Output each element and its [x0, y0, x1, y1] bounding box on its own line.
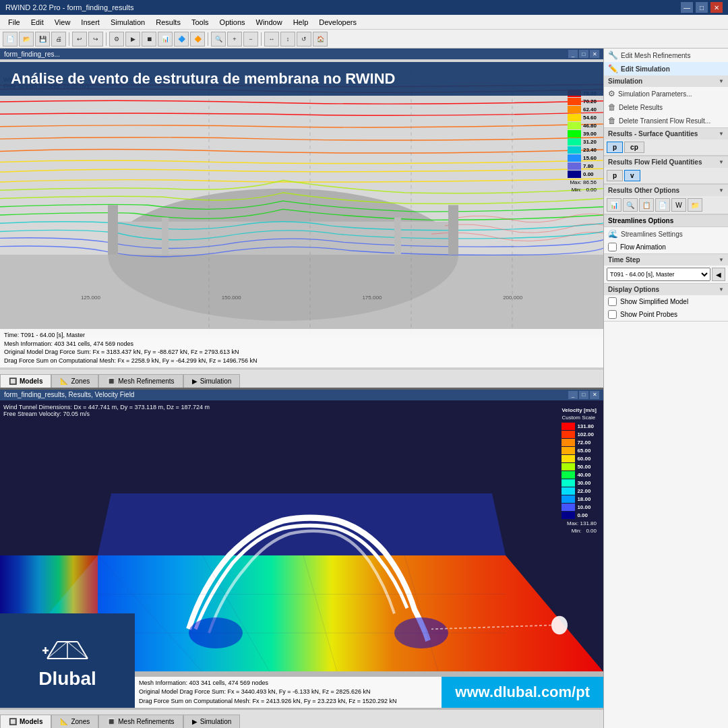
vp-bot-min[interactable]: _	[568, 391, 578, 399]
tool-btn-3[interactable]: 📋	[639, 198, 654, 212]
tab-sim-bottom[interactable]: ▶ Simulation	[183, 715, 241, 728]
time-step-header[interactable]: Time Step ▼	[604, 254, 728, 266]
menu-edit[interactable]: Edit	[26, 17, 49, 28]
viewport-bottom-title: form_finding_results, Results, Velocity …	[4, 391, 134, 398]
menu-view[interactable]: View	[49, 17, 76, 28]
vp-top-min[interactable]: _	[568, 50, 578, 58]
other-options-header[interactable]: Results Other Options ▼	[604, 185, 728, 196]
edit-mesh-label: Edit Mesh Refinements	[621, 52, 690, 59]
menu-window[interactable]: Window	[251, 17, 288, 28]
toolbar-btn-10[interactable]: +	[227, 32, 242, 47]
toolbar-btn-11[interactable]: −	[243, 32, 258, 47]
toolbar-home[interactable]: 🏠	[313, 32, 328, 47]
menu-simulation[interactable]: Simulation	[105, 17, 150, 28]
tab-mesh-bottom[interactable]: 🔳 Mesh Refinements	[98, 715, 183, 728]
scale-entry-bot: 102.00	[562, 431, 597, 438]
toolbar-btn-8[interactable]: 🔶	[190, 32, 205, 47]
tool-btn-6[interactable]: 📁	[688, 198, 702, 212]
drag-comp: Drag Force Sum on Computational Mesh: Fx…	[4, 357, 599, 365]
toolbar-btn-9[interactable]: 🔍	[211, 32, 226, 47]
edit-simulation[interactable]: ✏️ Edit Simulation	[604, 62, 728, 75]
edit-mesh-refinements[interactable]: 🔧 Edit Mesh Refinements	[604, 49, 728, 62]
btn-v-flow[interactable]: v	[624, 170, 640, 181]
tab-models-top[interactable]: 🔲 Models	[0, 374, 51, 388]
menu-insert[interactable]: Insert	[75, 17, 105, 28]
tab-mesh-top[interactable]: 🔳 Mesh Refinements	[98, 374, 183, 388]
tool-btn-1[interactable]: 📊	[607, 198, 621, 212]
btn-p-flow[interactable]: p	[607, 170, 623, 181]
delete-transient-item[interactable]: 🗑 Delete Transient Flow Result...	[604, 114, 728, 127]
display-options-header[interactable]: Display Options ▼	[604, 284, 728, 295]
toolbar-redo[interactable]: ↪	[88, 32, 103, 47]
tab-zones-bottom[interactable]: 📐 Zones	[51, 715, 98, 728]
scale-entry-bot: 40.00	[562, 471, 597, 479]
other-options-toolbar: 📊 🔍 📋 📄 W 📁	[604, 196, 728, 214]
scale-entry-bot: 22.00	[562, 487, 597, 495]
tool-btn-4[interactable]: 📄	[655, 198, 670, 212]
close-button[interactable]: ✕	[710, 2, 723, 13]
tool-btn-2[interactable]: 🔍	[623, 198, 638, 212]
color-scale-bottom: Velocity [m/s] Custom Scale 131.80 102.0…	[562, 407, 597, 534]
toolbar-new[interactable]: 📄	[3, 32, 18, 47]
display-options-section: Display Options ▼ Show Simplified Model …	[604, 284, 728, 322]
menu-tools[interactable]: Tools	[186, 17, 214, 28]
scale-entry-bot: 18.00	[562, 495, 597, 503]
tab-sim-label-bot: Simulation	[200, 718, 232, 725]
vp-top-max[interactable]: □	[579, 50, 588, 58]
toolbar-print[interactable]: 🖨	[51, 32, 66, 47]
tab-simulation-top[interactable]: ▶ Simulation	[183, 374, 241, 388]
show-probes-row[interactable]: Show Point Probes	[604, 308, 728, 321]
btn-p-surface[interactable]: p	[607, 142, 623, 153]
custom-scale-label-bottom: Custom Scale	[562, 415, 597, 421]
tool-btn-5[interactable]: W	[671, 198, 686, 212]
scale-entry-bot: 65.00	[562, 447, 597, 454]
toolbar-undo[interactable]: ↩	[72, 32, 87, 47]
menu-options[interactable]: Options	[214, 17, 251, 28]
surface-quantities-header[interactable]: Results - Surface Quantities ▼	[604, 128, 728, 140]
chevron-icon-sq: ▼	[719, 131, 724, 137]
svg-point-22	[189, 617, 243, 648]
time-step-select[interactable]: T091 - 64.00 [s], Master	[607, 268, 710, 281]
menu-help[interactable]: Help	[288, 17, 314, 28]
menu-results[interactable]: Results	[150, 17, 186, 28]
toolbar-btn-7[interactable]: 🔷	[174, 32, 189, 47]
minimize-button[interactable]: —	[681, 2, 693, 13]
toolbar-btn-6[interactable]: 📊	[158, 32, 173, 47]
simulation-header[interactable]: Simulation ▼	[604, 75, 728, 87]
show-probes-checkbox[interactable]	[608, 310, 617, 319]
sim-params-item[interactable]: ⚙ Simulation Parameters...	[604, 87, 728, 100]
surface-quantities-label: Results - Surface Quantities	[608, 130, 698, 138]
delete-transient-label: Delete Transient Flow Result...	[619, 117, 710, 125]
toolbar-btn-5[interactable]: ⏹	[142, 32, 156, 47]
viewport-top-title: form_finding_res...	[4, 51, 60, 58]
vp-top-close[interactable]: ✕	[590, 50, 599, 58]
show-simplified-checkbox[interactable]	[608, 297, 617, 306]
toolbar-btn-13[interactable]: ↕	[280, 32, 295, 47]
flow-animation-label: Flow Animation	[620, 243, 666, 251]
menu-developers[interactable]: Developers	[313, 17, 362, 28]
streamlines-settings-item[interactable]: 🌊 Streamlines Settings	[604, 227, 728, 241]
toolbar-btn-3[interactable]: ⚙	[109, 32, 124, 47]
maximize-button[interactable]: □	[696, 2, 708, 13]
wind-text-bottom: Wind Tunnel Dimensions: Dx = 447.741 m, …	[3, 404, 210, 417]
toolbar-btn-4[interactable]: ▶	[125, 32, 140, 47]
menu-file[interactable]: File	[3, 17, 26, 28]
toolbar-rotate[interactable]: ↺	[297, 32, 311, 47]
flow-animation-checkbox[interactable]	[608, 243, 617, 251]
toolbar-save[interactable]: 💾	[35, 32, 50, 47]
tab-zones-top[interactable]: 📐 Zones	[51, 374, 98, 388]
tab-models-bottom[interactable]: 🔲 Models	[0, 715, 51, 728]
vp-bot-close[interactable]: ✕	[590, 391, 599, 399]
toolbar-btn-12[interactable]: ↔	[264, 32, 279, 47]
flow-field-header[interactable]: Results Flow Field Quantities ▼	[604, 156, 728, 168]
btn-cp-surface[interactable]: cp	[624, 142, 644, 153]
time-step-prev[interactable]: ◀	[712, 268, 725, 281]
scale-entry-bot: 131.80	[562, 423, 597, 430]
delete-results-item[interactable]: 🗑 Delete Results	[604, 100, 728, 114]
show-simplified-row[interactable]: Show Simplified Model	[604, 295, 728, 308]
flow-animation-row[interactable]: Flow Animation	[604, 241, 728, 253]
chevron-icon-ff: ▼	[719, 159, 724, 165]
vp-bot-max[interactable]: □	[579, 391, 588, 399]
website-banner: www.dlubal.com/pt	[442, 677, 603, 708]
toolbar-open[interactable]: 📂	[19, 32, 34, 47]
